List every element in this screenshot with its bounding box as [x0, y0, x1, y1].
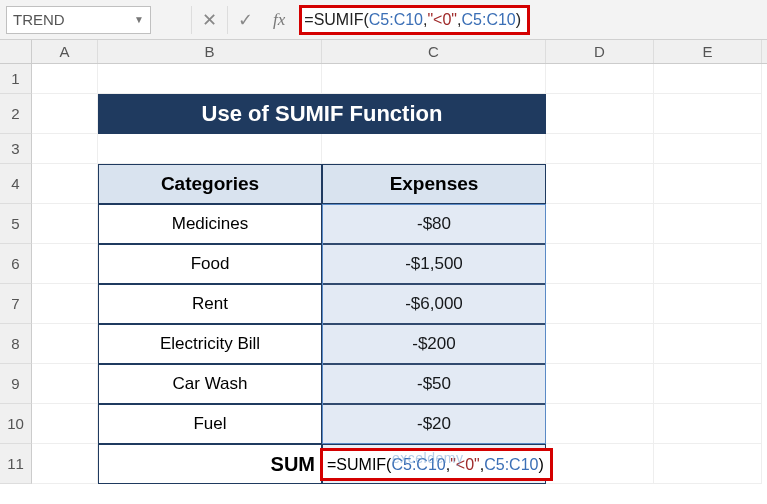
- formula-str: "<0": [427, 11, 457, 29]
- row-header[interactable]: 2: [0, 94, 32, 134]
- col-header-a[interactable]: A: [32, 40, 98, 63]
- table-row: 9 Car Wash -$50: [0, 364, 767, 404]
- formula-eq: =: [304, 11, 313, 29]
- row: 1: [0, 64, 767, 94]
- cell-category[interactable]: Rent: [98, 284, 322, 324]
- cell[interactable]: [32, 324, 98, 364]
- cell[interactable]: [32, 134, 98, 164]
- select-all-corner[interactable]: [0, 40, 32, 63]
- cf-prefix: =SUMIF(: [327, 456, 391, 474]
- cell[interactable]: [654, 204, 762, 244]
- row: 4 Categories Expenses: [0, 164, 767, 204]
- row-header[interactable]: 4: [0, 164, 32, 204]
- formula-fn: SUMIF: [314, 11, 364, 29]
- cell[interactable]: [654, 164, 762, 204]
- cell[interactable]: [654, 244, 762, 284]
- col-header-e[interactable]: E: [654, 40, 762, 63]
- cell[interactable]: [654, 404, 762, 444]
- cell[interactable]: [546, 164, 654, 204]
- cell[interactable]: [98, 134, 322, 164]
- row-header[interactable]: 10: [0, 404, 32, 444]
- cell[interactable]: [32, 364, 98, 404]
- cell[interactable]: [546, 364, 654, 404]
- table-row: 8 Electricity Bill -$200: [0, 324, 767, 364]
- cell[interactable]: [546, 134, 654, 164]
- cell[interactable]: [32, 284, 98, 324]
- col-header-c[interactable]: C: [322, 40, 546, 63]
- table-row: 5 Medicines -$80: [0, 204, 767, 244]
- cell[interactable]: [654, 134, 762, 164]
- col-header-b[interactable]: B: [98, 40, 322, 63]
- enter-check-icon[interactable]: ✓: [227, 6, 263, 34]
- table-row: 7 Rent -$6,000: [0, 284, 767, 324]
- cell-category[interactable]: Car Wash: [98, 364, 322, 404]
- row-header[interactable]: 3: [0, 134, 32, 164]
- sum-label-cell[interactable]: SUM: [98, 444, 322, 484]
- cell[interactable]: [654, 324, 762, 364]
- cell[interactable]: [32, 164, 98, 204]
- cf-close: ): [538, 456, 543, 474]
- cell-expense[interactable]: -$1,500: [322, 244, 546, 284]
- header-categories[interactable]: Categories: [98, 164, 322, 204]
- cell[interactable]: [546, 64, 654, 94]
- cell-category[interactable]: Fuel: [98, 404, 322, 444]
- cell[interactable]: [546, 94, 654, 134]
- row-header[interactable]: 1: [0, 64, 32, 94]
- cell[interactable]: [32, 64, 98, 94]
- cell[interactable]: [32, 244, 98, 284]
- table-row: 10 Fuel -$20: [0, 404, 767, 444]
- name-box-value: TREND: [13, 11, 65, 28]
- cell[interactable]: [654, 444, 762, 484]
- cell[interactable]: [546, 324, 654, 364]
- cell[interactable]: [322, 64, 546, 94]
- table-row: 6 Food -$1,500: [0, 244, 767, 284]
- cell-expense[interactable]: -$20: [322, 404, 546, 444]
- name-box[interactable]: TREND ▼: [6, 6, 151, 34]
- cell[interactable]: [322, 134, 546, 164]
- chevron-down-icon[interactable]: ▼: [134, 14, 144, 25]
- cell[interactable]: [32, 444, 98, 484]
- cell-category[interactable]: Medicines: [98, 204, 322, 244]
- cell[interactable]: [32, 404, 98, 444]
- row: 3: [0, 134, 767, 164]
- cell[interactable]: [98, 64, 322, 94]
- cell[interactable]: [654, 94, 762, 134]
- row-header[interactable]: 7: [0, 284, 32, 324]
- row-header[interactable]: 8: [0, 324, 32, 364]
- cell-category[interactable]: Food: [98, 244, 322, 284]
- cell[interactable]: [546, 284, 654, 324]
- cell[interactable]: [546, 244, 654, 284]
- cell[interactable]: [654, 64, 762, 94]
- cell[interactable]: [654, 364, 762, 404]
- row-header[interactable]: 11: [0, 444, 32, 484]
- cell-expense[interactable]: -$200: [322, 324, 546, 364]
- formula-bar: TREND ▼ ✕ ✓ fx =SUMIF(C5:C10,"<0",C5:C10…: [0, 0, 767, 40]
- cell[interactable]: [546, 444, 654, 484]
- cell[interactable]: [32, 204, 98, 244]
- row-header[interactable]: 9: [0, 364, 32, 404]
- col-header-d[interactable]: D: [546, 40, 654, 63]
- cell-expense[interactable]: -$6,000: [322, 284, 546, 324]
- watermark: exceldemy: [392, 450, 463, 466]
- cf-ref2: C5:C10: [484, 456, 538, 474]
- row: 2 Use of SUMIF Function: [0, 94, 767, 134]
- title-cell[interactable]: Use of SUMIF Function: [98, 94, 546, 134]
- cell[interactable]: [546, 204, 654, 244]
- cell-category[interactable]: Electricity Bill: [98, 324, 322, 364]
- formula-ref2: C5:C10: [462, 11, 516, 29]
- formula-ref1: C5:C10: [369, 11, 423, 29]
- formula-input[interactable]: =SUMIF(C5:C10,"<0",C5:C10): [299, 5, 530, 35]
- cell-expense[interactable]: -$80: [322, 204, 546, 244]
- row-header[interactable]: 6: [0, 244, 32, 284]
- row-header[interactable]: 5: [0, 204, 32, 244]
- column-headers: A B C D E: [0, 40, 767, 64]
- cell[interactable]: [654, 284, 762, 324]
- formula-close: ): [516, 11, 521, 29]
- header-expenses[interactable]: Expenses: [322, 164, 546, 204]
- cancel-icon[interactable]: ✕: [191, 6, 227, 34]
- cell[interactable]: [32, 94, 98, 134]
- cell[interactable]: [546, 404, 654, 444]
- title-text: Use of SUMIF Function: [202, 101, 443, 127]
- fx-icon[interactable]: fx: [263, 10, 295, 30]
- cell-expense[interactable]: -$50: [322, 364, 546, 404]
